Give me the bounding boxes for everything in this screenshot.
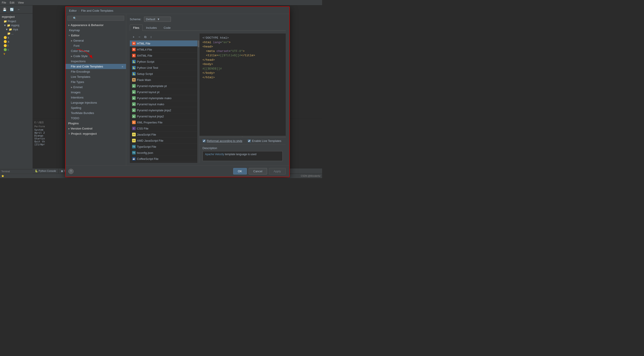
template-label-css: CSS File (137, 127, 148, 130)
nav-vcs[interactable]: ▶ Version Control (66, 126, 126, 131)
live-templates-checkbox[interactable] (248, 139, 251, 142)
template-coffee-class[interactable]: ☕ CoffeeScript Class (130, 162, 198, 163)
template-pyramid-lay-mako[interactable]: ▲ Pyramid layout mako (130, 101, 198, 107)
settings-nav: ▶ Appearance & Behavior Keymap ▼ Editor (66, 14, 126, 165)
template-pyramid-myt-pt[interactable]: ▲ Pyramid mytemplate pt (130, 83, 198, 89)
side-tab-terminal[interactable]: Terminal (0, 169, 32, 174)
template-setup-script[interactable]: 🐍 Setup Script (130, 71, 198, 77)
cancel-button[interactable]: Cancel (249, 168, 267, 174)
tab-includes[interactable]: Includes (143, 25, 160, 31)
menu-edit[interactable]: Edit (10, 1, 14, 4)
template-pyramid-lay-pt[interactable]: ▲ Pyramid layout pt (130, 89, 198, 95)
code-line-3: <head> (202, 45, 282, 49)
template-label-html4: HTML4 File (137, 48, 152, 51)
template-coffee-file[interactable]: ☕ CoffeeScript File (130, 156, 198, 162)
template-html4-file[interactable]: H HTML4 File (130, 47, 198, 53)
nav-code-style[interactable]: ▶ Code Style (66, 54, 126, 59)
template-pyramid-lay-jinja2[interactable]: ▲ Pyramid layout jinja2 (130, 113, 198, 119)
nav-spelling[interactable]: Spelling (66, 105, 126, 110)
project-item-file4[interactable]: 🟢 c (0, 48, 32, 52)
template-label-coffee: CoffeeScript File (137, 157, 158, 160)
reformat-option[interactable]: Reformat according to style (202, 139, 242, 143)
project-item-myproject[interactable]: ▼ 📁 myproj (0, 23, 32, 28)
nav-todo[interactable]: TODO (66, 116, 126, 121)
nav-editor[interactable]: ▼ Editor (66, 33, 126, 38)
nav-file-encodings[interactable]: File Encodings (66, 69, 126, 74)
template-list: H HTML File H HTML4 File (130, 41, 198, 163)
template-label-amd: AMD JavaScript File (137, 139, 164, 142)
template-html-file[interactable]: H HTML File (130, 41, 198, 47)
nav-project[interactable]: ▼ Project: myproject (66, 131, 126, 136)
list-scroll-thumb (198, 41, 199, 47)
template-label-flask: Flask Main (137, 78, 151, 82)
template-python-script[interactable]: 🐍 Python Script (130, 59, 198, 65)
template-label-python-unit: Python Unit Test (137, 66, 158, 70)
nav-images[interactable]: Images (66, 90, 126, 95)
code-editor[interactable]: <!DOCTYPE html> <html lang="en"> <head> … (200, 34, 286, 136)
nav-emmet[interactable]: ▶ Emmet (66, 85, 126, 90)
template-amd-js[interactable]: JS AMD JavaScript File (130, 138, 198, 144)
nav-triangle-editor: ▼ (68, 34, 70, 37)
nav-keymap[interactable]: Keymap (66, 28, 126, 33)
toolbar-btn-sync[interactable]: 🔄 (8, 6, 15, 13)
dialog-header: Editor › File and Code Templates (66, 7, 289, 14)
nav-intentions[interactable]: Intentions (66, 95, 126, 100)
add-template-btn[interactable]: + (131, 34, 136, 39)
toolbar-btn-back[interactable]: ← (16, 6, 22, 13)
settings-content: Scheme: Default ▼ Files Includes Cod (126, 14, 289, 165)
tab-code[interactable]: Code (160, 25, 174, 31)
template-pyramid-myt-jinja2[interactable]: ▲ Pyramid mytemplate jinja2 (130, 107, 198, 113)
ok-button[interactable]: OK (233, 168, 247, 174)
scheme-select[interactable]: Default ▼ (144, 17, 171, 22)
template-css-file[interactable]: C CSS File (130, 125, 198, 132)
nav-general[interactable]: ▶ General (66, 38, 126, 43)
nav-appearance[interactable]: ▶ Appearance & Behavior (66, 23, 126, 28)
nav-search-input[interactable] (68, 16, 124, 21)
scheme-row: Scheme: Default ▼ (130, 17, 286, 22)
project-item-project[interactable]: 📁 Project (0, 19, 32, 23)
side-tab-favorites[interactable]: ⭐ (0, 174, 32, 178)
nav-color-scheme[interactable]: Color Scheme (66, 48, 126, 54)
project-item-file1[interactable]: 🟡 s (0, 36, 32, 40)
nav-plugins[interactable]: Plugins (66, 121, 126, 126)
template-tsconfig[interactable]: TS tsconfig.json (130, 150, 198, 156)
live-templates-option[interactable]: Enable Live Templates (248, 139, 282, 143)
template-python-unit[interactable]: 🐍 Python Unit Test (130, 65, 198, 71)
copy-template-btn[interactable]: ⧉ (143, 34, 148, 39)
project-item-sub1[interactable]: 📁 ... (0, 32, 32, 36)
icon-css: C (132, 127, 136, 130)
template-xml-props[interactable]: X XML Properties File (130, 119, 198, 125)
nav-lang-injections[interactable]: Language Injections (66, 100, 126, 105)
template-flask-main[interactable]: ⚗ Flask Main (130, 77, 198, 83)
help-button[interactable]: ? (68, 169, 74, 174)
remove-template-btn[interactable]: − (137, 34, 142, 39)
template-ts-file[interactable]: TS TypeScript File (130, 144, 198, 150)
nav-inspections[interactable]: Inspections (66, 59, 126, 64)
code-line-7: <body> (202, 62, 282, 67)
template-label-js: JavaScript File (137, 133, 156, 136)
move-template-btn[interactable]: ↕ (149, 34, 154, 39)
nav-live-templates[interactable]: Live Templates (66, 74, 126, 79)
template-xhtml-file[interactable]: X XHTML File (130, 53, 198, 59)
nav-font[interactable]: Font (66, 43, 126, 48)
project-item-file3[interactable]: 🟡 i (0, 44, 32, 48)
dialog-overlay: Editor › File and Code Templates (32, 6, 322, 178)
project-item-file5[interactable]: v (0, 52, 32, 56)
velocity-link[interactable]: Apache Velocity (205, 153, 224, 156)
project-item-file2[interactable]: 🟡 a (0, 40, 32, 44)
nav-file-types[interactable]: File Types (66, 79, 126, 85)
reformat-checkbox[interactable] (202, 139, 206, 142)
menu-view[interactable]: View (18, 1, 24, 4)
list-scrollbar[interactable] (198, 41, 199, 163)
project-item-mya[interactable]: ▼ 📁 mya (0, 28, 32, 32)
toolbar-btn-save[interactable]: 💾 (1, 6, 8, 13)
tabs-row: Files Includes Code (130, 25, 286, 31)
nav-textmate[interactable]: TextMate Bundles (66, 110, 126, 116)
template-pyramid-myt-mako[interactable]: ▲ Pyramid mytemplate mako (130, 95, 198, 101)
template-js-file[interactable]: JS JavaScript File (130, 132, 198, 138)
tab-files[interactable]: Files (130, 25, 143, 31)
settings-dialog: Editor › File and Code Templates (65, 6, 290, 177)
apply-button[interactable]: Apply (269, 168, 286, 174)
menu-file[interactable]: File (2, 1, 6, 4)
nav-file-templates[interactable]: File and Code Templates ≡ (66, 64, 126, 69)
